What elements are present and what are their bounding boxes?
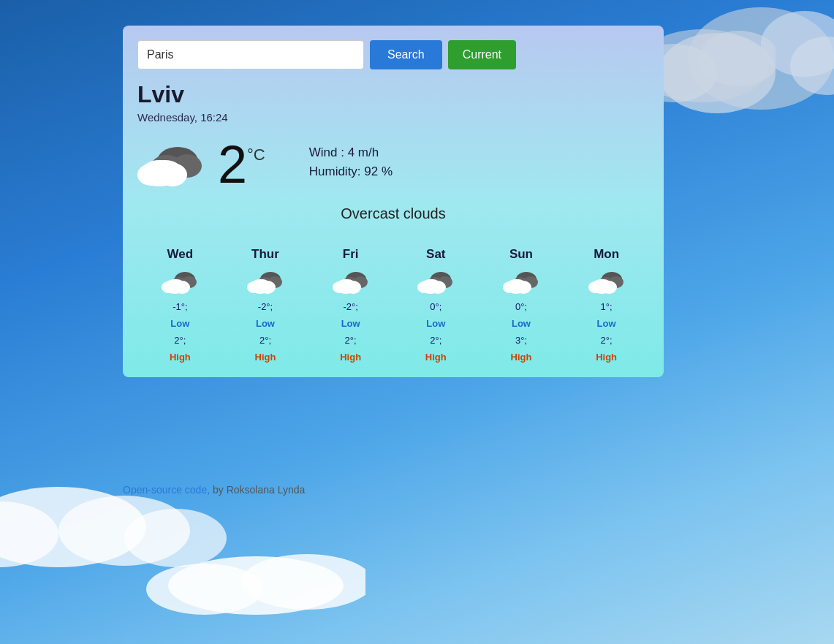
forecast-low-temp: -1°; (173, 301, 187, 312)
forecast-low-label: Low (341, 318, 360, 329)
svg-point-6 (699, 31, 776, 86)
bg-cloud-bottom-center (146, 527, 365, 615)
svg-point-20 (149, 160, 181, 181)
forecast-high-label: High (255, 352, 276, 363)
forecast-day-name: Sun (509, 247, 533, 262)
forecast-day-name: Wed (167, 247, 194, 262)
svg-point-27 (167, 279, 185, 291)
temperature-unit: °C (247, 145, 265, 164)
temperature-block: 2 °C (218, 138, 265, 191)
wind-info: Wind : 4 m/h (309, 145, 393, 160)
forecast-day-sat: Sat 0°; Low 2°; High (399, 247, 472, 363)
forecast-low-label: Low (426, 318, 445, 329)
forecast-high-label: High (425, 352, 447, 363)
forecast-day-wed: Wed -1°; Low 2°; High (143, 247, 216, 363)
forecast-low-temp: -2°; (258, 301, 273, 312)
forecast-low-label: Low (170, 318, 189, 329)
search-button[interactable]: Search (370, 40, 442, 69)
forecast-high-temp: 2°; (601, 335, 613, 346)
open-source-link[interactable]: Open-source code, (123, 484, 210, 496)
svg-point-41 (338, 279, 356, 291)
forecast-day-name: Fri (343, 247, 359, 262)
forecast-high-temp: 2°; (430, 335, 441, 346)
forecast-day-name: Thur (251, 247, 279, 262)
weather-description: Overcast clouds (137, 205, 649, 222)
svg-point-62 (594, 279, 612, 291)
forecast-high-temp: 3°; (515, 335, 527, 346)
forecast-low-label: Low (256, 318, 275, 329)
forecast-day-mon: Mon 1°; Low 2°; High (570, 247, 643, 363)
forecast-weather-icon (333, 268, 369, 295)
footer: Open-source code, by Roksolana Lynda (123, 484, 305, 496)
current-location-button[interactable]: Current (448, 40, 516, 69)
forecast-high-temp: 2°; (174, 335, 186, 346)
forecast-weather-icon (417, 268, 454, 295)
svg-point-55 (509, 279, 526, 291)
forecast-low-label: Low (597, 318, 616, 329)
forecast-high-temp: 2°; (259, 335, 271, 346)
forecast-day-name: Mon (594, 247, 619, 262)
forecast-high-label: High (511, 352, 532, 363)
forecast-high-temp: 2°; (345, 335, 357, 346)
humidity-info: Humidity: 92 % (309, 164, 393, 179)
forecast-low-temp: 1°; (601, 301, 613, 312)
forecast-low-label: Low (512, 318, 531, 329)
forecast-day-fri: Fri -2°; Low 2°; High (314, 247, 387, 363)
current-weather-section: 2 °C Wind : 4 m/h Humidity: 92 % (137, 138, 649, 191)
svg-point-48 (423, 279, 441, 291)
forecast-row: Wed -1°; Low 2°; High Thur (137, 240, 649, 363)
current-weather-icon (137, 138, 203, 189)
forecast-weather-icon (162, 268, 198, 295)
forecast-high-label: High (340, 352, 361, 363)
svg-point-34 (253, 279, 270, 291)
search-row: Search Current (137, 40, 649, 69)
city-search-input[interactable] (137, 40, 364, 69)
datetime: Wednesday, 16:24 (137, 111, 649, 124)
forecast-day-thur: Thur -2°; Low 2°; High (229, 247, 302, 363)
weather-app: Search Current Lviv Wednesday, 16:24 2 °… (123, 26, 664, 377)
forecast-high-label: High (170, 352, 191, 363)
city-name: Lviv (137, 81, 649, 108)
weather-details: Wind : 4 m/h Humidity: 92 % (309, 138, 393, 179)
temperature-value: 2 (218, 138, 247, 191)
forecast-low-temp: 0°; (430, 301, 441, 312)
forecast-day-name: Sat (426, 247, 445, 262)
footer-author: by Roksolana Lynda (210, 484, 305, 496)
forecast-weather-icon (503, 268, 539, 295)
forecast-low-temp: 0°; (515, 301, 527, 312)
forecast-weather-icon (247, 268, 284, 295)
forecast-day-sun: Sun 0°; Low 3°; High (485, 247, 558, 363)
forecast-weather-icon (588, 268, 625, 295)
forecast-low-temp: -2°; (343, 301, 357, 312)
forecast-high-label: High (596, 352, 617, 363)
